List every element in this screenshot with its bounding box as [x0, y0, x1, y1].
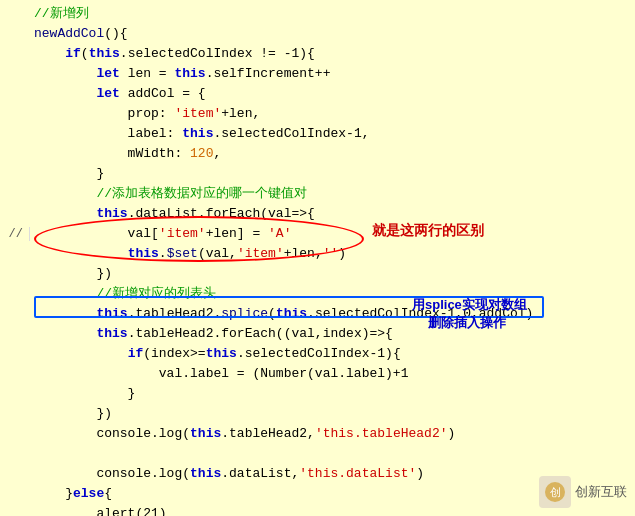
code-text: this.dataList.forEach(val=>{ — [34, 204, 635, 224]
watermark-icon: 创 — [539, 476, 571, 508]
code-line-22: console.log(this.tableHead2,'this.tableH… — [0, 424, 635, 444]
code-text: if(this.selectedColIndex != -1){ — [34, 44, 635, 64]
code-text: label: this.selectedColIndex-1, — [34, 124, 635, 144]
code-line-20: } — [0, 384, 635, 404]
code-text: prop: 'item'+len, — [34, 104, 635, 124]
code-text: val['item'+len] = 'A' — [34, 224, 635, 244]
code-line-4: let len = this.selfIncrement++ — [0, 64, 635, 84]
code-text: }) — [34, 404, 635, 424]
code-text: }) — [34, 264, 635, 284]
code-line-21: }) — [0, 404, 635, 424]
code-line-9: } — [0, 164, 635, 184]
watermark-text: 创新互联 — [575, 483, 627, 501]
code-line-8: mWidth: 120, — [0, 144, 635, 164]
code-line-5: let addCol = { — [0, 84, 635, 104]
code-line-2: newAddCol(){ — [0, 24, 635, 44]
code-text: } — [34, 384, 635, 404]
code-text: let addCol = { — [34, 84, 635, 104]
code-line-23 — [0, 444, 635, 464]
code-line-10: //添加表格数据对应的哪一个键值对 — [0, 184, 635, 204]
code-line-15: //新增对应的列表头 — [0, 284, 635, 304]
code-text: this.tableHead2.splice(this.selectedColI… — [34, 304, 635, 324]
code-line-1: //新增列 — [0, 4, 635, 24]
code-line-17: this.tableHead2.forEach((val,index)=>{ — [0, 324, 635, 344]
watermark: 创 创新互联 — [539, 476, 627, 508]
code-text: console.log(this.tableHead2,'this.tableH… — [34, 424, 635, 444]
code-text: this.tableHead2.forEach((val,index)=>{ — [34, 324, 635, 344]
svg-text:创: 创 — [550, 486, 561, 498]
code-line-16: this.tableHead2.splice(this.selectedColI… — [0, 304, 635, 324]
code-text: //新增列 — [34, 4, 635, 24]
code-text: mWidth: 120, — [34, 144, 635, 164]
code-text: //新增对应的列表头 — [34, 284, 635, 304]
code-text: let len = this.selfIncrement++ — [34, 64, 635, 84]
code-line-11: this.dataList.forEach(val=>{ — [0, 204, 635, 224]
code-line-14: }) — [0, 264, 635, 284]
code-text: newAddCol(){ — [34, 24, 635, 44]
code-line-7: label: this.selectedColIndex-1, — [0, 124, 635, 144]
code-text: } — [34, 164, 635, 184]
code-line-18: if(index>=this.selectedColIndex-1){ — [0, 344, 635, 364]
code-text: val.label = (Number(val.label)+1 — [34, 364, 635, 384]
code-line-19: val.label = (Number(val.label)+1 — [0, 364, 635, 384]
code-text: this.$set(val,'item'+len,'') — [34, 244, 635, 264]
code-text: //添加表格数据对应的哪一个键值对 — [34, 184, 635, 204]
code-line-3: if(this.selectedColIndex != -1){ — [0, 44, 635, 64]
code-container: //新增列 newAddCol(){ if(this.selectedColIn… — [0, 0, 635, 516]
code-line-12: // val['item'+len] = 'A' — [0, 224, 635, 244]
code-text: if(index>=this.selectedColIndex-1){ — [34, 344, 635, 364]
code-line-13: this.$set(val,'item'+len,'') — [0, 244, 635, 264]
logo-icon: 创 — [544, 481, 566, 503]
line-number: // — [0, 227, 30, 241]
code-line-6: prop: 'item'+len, — [0, 104, 635, 124]
